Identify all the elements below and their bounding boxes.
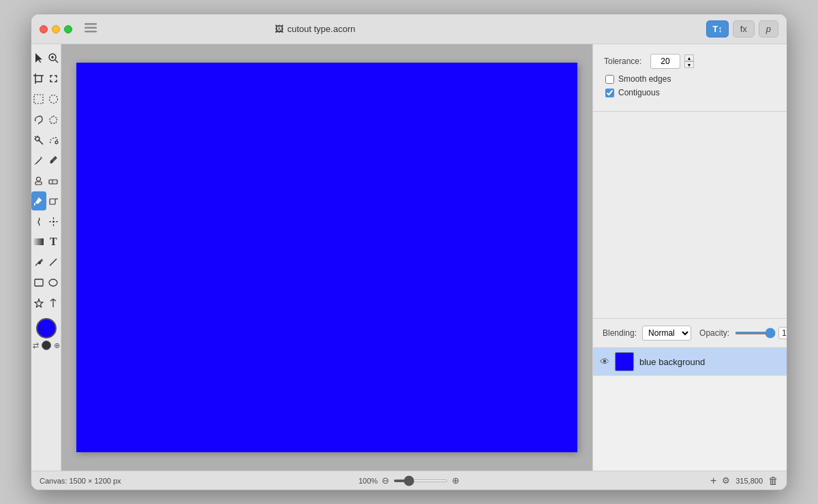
svg-rect-25 bbox=[49, 180, 57, 184]
zoom-out-icon[interactable]: ⊖ bbox=[382, 475, 389, 486]
opacity-label: Opacity: bbox=[699, 328, 729, 338]
tool-row-12 bbox=[31, 273, 61, 292]
ellipse-select-tool[interactable] bbox=[46, 89, 61, 108]
main-content: T bbox=[31, 44, 787, 471]
canvas-info: Canvas: 1500 × 1200 px bbox=[40, 477, 359, 485]
zoom-magnifier-icon[interactable]: ⊕ bbox=[54, 341, 60, 350]
text-tool[interactable]: T bbox=[46, 232, 61, 251]
coordinates-display: 315,800 bbox=[736, 477, 763, 485]
blur-tool[interactable] bbox=[31, 212, 46, 231]
transform-tool[interactable] bbox=[46, 69, 61, 88]
tool-row-1 bbox=[31, 48, 61, 67]
svg-line-20 bbox=[35, 136, 36, 138]
svg-point-14 bbox=[49, 95, 57, 103]
settings-icon[interactable]: ⚙ bbox=[722, 475, 730, 486]
zoom-tool[interactable] bbox=[46, 48, 61, 67]
svg-rect-2 bbox=[85, 31, 97, 33]
file-icon: 🖼 bbox=[275, 24, 284, 34]
tool-row-13 bbox=[31, 294, 61, 313]
paint-bucket-tool[interactable] bbox=[31, 191, 46, 210]
layers-panel: 👁 blue background bbox=[593, 348, 787, 471]
svg-rect-0 bbox=[85, 23, 97, 25]
tool-row-3 bbox=[31, 89, 61, 108]
contiguous-label: Contiguous bbox=[618, 88, 660, 97]
tolerance-up[interactable]: ▲ bbox=[684, 54, 694, 61]
window-title: 🖼 cutout type.acorn bbox=[275, 24, 355, 34]
smooth-edges-checkbox[interactable] bbox=[605, 75, 614, 84]
pencil-tool[interactable] bbox=[31, 151, 46, 170]
params-button[interactable]: p bbox=[759, 20, 778, 37]
fx-button[interactable]: fx bbox=[733, 20, 755, 37]
tolerance-stepper: ▲ ▼ bbox=[684, 54, 694, 68]
maximize-button[interactable] bbox=[64, 25, 72, 33]
type-tool-button[interactable]: T↕ bbox=[706, 20, 728, 37]
swap-colors-icon[interactable]: ⇄ bbox=[33, 341, 39, 350]
gradient-tool[interactable] bbox=[31, 232, 46, 251]
poly-lasso-tool[interactable] bbox=[46, 110, 61, 129]
sharpen-tool[interactable] bbox=[46, 212, 61, 231]
eraser-tool[interactable] bbox=[46, 171, 61, 190]
fx-label: fx bbox=[740, 24, 747, 34]
sidebar-toggle-icon[interactable] bbox=[85, 23, 97, 35]
layer-item[interactable]: 👁 blue background bbox=[593, 348, 787, 376]
titlebar: 🖼 cutout type.acorn T↕ fx p bbox=[31, 14, 787, 44]
svg-point-38 bbox=[49, 279, 57, 286]
line-tool[interactable] bbox=[46, 253, 61, 272]
lasso-tool[interactable] bbox=[31, 110, 46, 129]
color-sub-controls: ⇄ ⊕ bbox=[33, 341, 60, 350]
minimize-button[interactable] bbox=[52, 25, 60, 33]
star-shape-tool[interactable] bbox=[31, 294, 46, 313]
svg-point-17 bbox=[35, 137, 40, 141]
tolerance-input[interactable] bbox=[650, 54, 680, 69]
layer-visibility-icon[interactable]: 👁 bbox=[600, 356, 609, 367]
blending-label: Blending: bbox=[603, 328, 637, 338]
arrow-tool[interactable] bbox=[31, 48, 46, 67]
svg-point-35 bbox=[38, 262, 40, 264]
delete-layer-icon[interactable]: 🗑 bbox=[768, 475, 778, 486]
blending-panel: Blending: Normal Multiply Screen Overlay… bbox=[593, 318, 787, 348]
rect-select-tool[interactable] bbox=[31, 89, 46, 108]
tool-row-7 bbox=[31, 171, 61, 190]
type-tool-label: T↕ bbox=[712, 24, 722, 34]
contiguous-row: Contiguous bbox=[605, 88, 776, 97]
add-layer-icon[interactable]: + bbox=[710, 475, 716, 487]
contiguous-checkbox[interactable] bbox=[605, 89, 614, 97]
smudge-tool[interactable] bbox=[46, 191, 61, 210]
background-color-swatch[interactable] bbox=[42, 341, 51, 350]
filename-label: cutout type.acorn bbox=[287, 24, 355, 34]
ellipse-shape-tool[interactable] bbox=[46, 273, 61, 292]
zoom-percent: 100% bbox=[359, 477, 378, 485]
right-panel: Tolerance: ▲ ▼ Smooth edges Contiguous bbox=[592, 44, 787, 471]
tool-row-4 bbox=[31, 110, 61, 129]
svg-point-29 bbox=[52, 221, 55, 223]
svg-rect-8 bbox=[35, 76, 42, 82]
foreground-color-swatch[interactable] bbox=[36, 318, 57, 338]
statusbar: Canvas: 1500 × 1200 px 100% ⊖ ⊕ + ⚙ 315,… bbox=[31, 471, 787, 490]
rect-shape-tool[interactable] bbox=[31, 273, 46, 292]
pen-tool[interactable] bbox=[31, 253, 46, 272]
tool-row-5 bbox=[31, 130, 61, 149]
crop-tool[interactable] bbox=[31, 69, 46, 88]
svg-point-23 bbox=[37, 177, 41, 181]
arrow-shape-tool[interactable] bbox=[46, 294, 61, 313]
canvas[interactable] bbox=[76, 63, 577, 452]
quick-select-tool[interactable] bbox=[46, 130, 61, 149]
tolerance-row: Tolerance: ▲ ▼ bbox=[604, 54, 776, 69]
close-button[interactable] bbox=[40, 25, 48, 33]
titlebar-tools: T↕ fx p bbox=[706, 20, 778, 37]
zoom-in-icon[interactable]: ⊕ bbox=[452, 475, 459, 486]
magic-wand-tool[interactable] bbox=[31, 130, 46, 149]
layer-thumbnail bbox=[615, 352, 634, 371]
brush-tool[interactable] bbox=[46, 151, 61, 170]
opacity-slider[interactable] bbox=[735, 332, 776, 334]
blending-select[interactable]: Normal Multiply Screen Overlay Darken Li… bbox=[642, 326, 691, 341]
stamp-tool[interactable] bbox=[31, 171, 46, 190]
svg-rect-24 bbox=[35, 182, 42, 185]
zoom-slider[interactable] bbox=[393, 479, 448, 482]
smooth-edges-row: Smooth edges bbox=[605, 74, 776, 84]
tolerance-down[interactable]: ▼ bbox=[684, 61, 694, 68]
svg-line-22 bbox=[35, 163, 35, 165]
svg-line-5 bbox=[55, 60, 58, 63]
smooth-edges-label: Smooth edges bbox=[618, 74, 671, 84]
statusbar-right: + ⚙ 315,800 🗑 bbox=[459, 475, 778, 487]
